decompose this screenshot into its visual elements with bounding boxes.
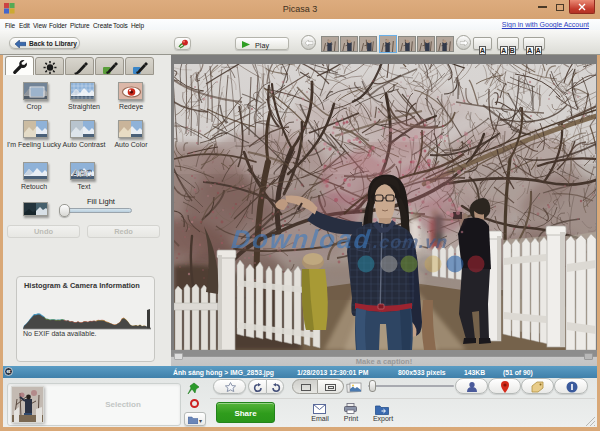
svg-text:ABC: ABC	[72, 169, 93, 179]
svg-text:.com.vn: .com.vn	[372, 232, 449, 252]
svg-text:Download: Download	[230, 224, 373, 254]
